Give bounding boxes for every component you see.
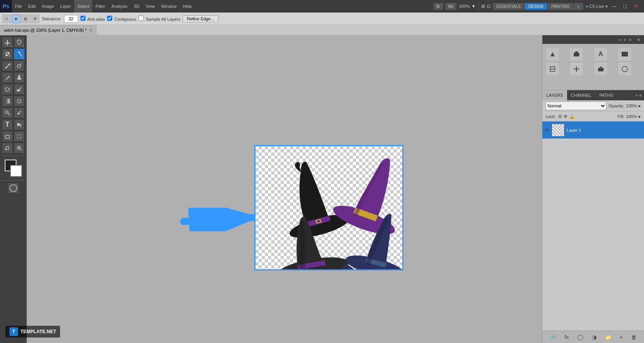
rotate-tool[interactable] bbox=[2, 143, 13, 154]
add-style-btn[interactable]: fx bbox=[565, 334, 569, 340]
mini-icon-8[interactable] bbox=[618, 62, 632, 76]
svg-rect-45 bbox=[575, 51, 578, 53]
pen-tool[interactable] bbox=[14, 107, 25, 118]
create-layer-btn[interactable]: + bbox=[620, 334, 623, 340]
menu-3d[interactable]: 3D bbox=[131, 0, 142, 13]
lock-all-icon[interactable]: 🔒 bbox=[569, 114, 575, 119]
blend-mode-select[interactable]: Normal bbox=[545, 102, 606, 110]
layer-visibility-toggle[interactable]: 👁 bbox=[545, 127, 549, 133]
contiguous-checkbox[interactable] bbox=[107, 16, 112, 21]
mini-icon-4[interactable] bbox=[618, 47, 632, 61]
tab-close-btn[interactable]: ✕ bbox=[89, 28, 92, 33]
svg-point-18 bbox=[5, 111, 8, 113]
mini-icon-7[interactable] bbox=[594, 62, 608, 76]
create-group-btn[interactable]: 📁 bbox=[605, 334, 611, 340]
add-mask-btn[interactable]: ◯ bbox=[577, 334, 584, 340]
opacity-value[interactable]: 100% bbox=[626, 103, 637, 108]
spot-heal-tool[interactable] bbox=[14, 60, 25, 71]
zoom-controls: 100% ▼ bbox=[459, 4, 476, 9]
refine-edge-btn[interactable]: Refine Edge... bbox=[182, 15, 219, 22]
history-tool[interactable] bbox=[2, 84, 13, 95]
gradient-tool[interactable] bbox=[2, 96, 13, 107]
zoom-tool[interactable] bbox=[14, 143, 25, 154]
svg-line-1 bbox=[19, 52, 22, 56]
panel-tab-menu[interactable]: ≡ bbox=[639, 93, 642, 98]
brush-tool[interactable] bbox=[2, 72, 13, 83]
menu-analysis[interactable]: Analysis bbox=[108, 0, 131, 13]
painting-btn[interactable]: PAINTING bbox=[548, 3, 573, 10]
text-tool[interactable]: T bbox=[2, 119, 13, 130]
zoom-dropdown[interactable]: ▼ bbox=[471, 4, 476, 9]
crop-tool[interactable] bbox=[2, 49, 13, 60]
ellipse-select-tool[interactable] bbox=[8, 183, 19, 194]
tab-paths[interactable]: PATHS bbox=[595, 90, 617, 100]
layer-item-1[interactable]: 👁 Layer 1 bbox=[542, 122, 644, 139]
path-select-tool[interactable] bbox=[14, 119, 25, 130]
rect-select-tool[interactable] bbox=[14, 131, 25, 142]
tab-title: witch hat.eps @ 100% (Layer 1, CMYK/8) * bbox=[4, 28, 87, 33]
bridge-btn[interactable]: Br bbox=[434, 3, 443, 10]
magic-wand-tool[interactable]: ▸ bbox=[14, 49, 25, 60]
background-color[interactable] bbox=[10, 165, 22, 177]
menu-file[interactable]: File bbox=[12, 0, 25, 13]
menu-filter[interactable]: Filter bbox=[92, 0, 108, 13]
blur-tool[interactable] bbox=[14, 96, 25, 107]
lasso-tool[interactable]: ▸ bbox=[14, 37, 25, 48]
svg-line-7 bbox=[20, 64, 22, 65]
mini-icon-1[interactable] bbox=[545, 47, 560, 61]
more-btn[interactable]: » bbox=[574, 3, 583, 10]
minimize-btn[interactable]: ─ bbox=[610, 3, 619, 9]
fill-stepper[interactable]: ▸ bbox=[639, 114, 641, 119]
mini-icon-6[interactable] bbox=[569, 62, 584, 76]
panel-menu[interactable]: ≡ bbox=[629, 38, 631, 42]
menu-edit[interactable]: Edit bbox=[25, 0, 39, 13]
right-panels: « » ≡ ✕ A bbox=[542, 35, 644, 343]
design-btn[interactable]: DESIGN bbox=[525, 3, 547, 10]
menu-image[interactable]: Image bbox=[39, 0, 57, 13]
selection-mode-btn1[interactable]: □ bbox=[2, 15, 11, 23]
delete-layer-btn[interactable]: 🗑 bbox=[631, 334, 637, 340]
maximize-btn[interactable]: □ bbox=[621, 3, 629, 9]
stamp-tool[interactable] bbox=[14, 72, 25, 83]
tolerance-input[interactable] bbox=[64, 15, 78, 23]
document-tab[interactable]: witch hat.eps @ 100% (Layer 1, CMYK/8) *… bbox=[0, 25, 97, 35]
tab-channel[interactable]: CHANNEL bbox=[567, 90, 596, 100]
eraser-tool[interactable] bbox=[14, 84, 25, 95]
menu-window[interactable]: Window bbox=[158, 0, 180, 13]
tool-row-3 bbox=[2, 60, 25, 71]
panel-tab-expand[interactable]: » bbox=[636, 93, 638, 98]
essentials-btn[interactable]: ESSENTIALS bbox=[493, 3, 524, 10]
opacity-stepper[interactable]: ▸ bbox=[639, 103, 641, 109]
panel-close[interactable]: ✕ bbox=[635, 38, 642, 42]
panel-collapse[interactable]: « bbox=[618, 38, 621, 42]
tab-layers[interactable]: LAYERS bbox=[542, 90, 567, 100]
mini-icon-2[interactable] bbox=[569, 47, 584, 61]
move-tool[interactable]: ▸ bbox=[2, 37, 13, 48]
minibr-btn[interactable]: Mb bbox=[445, 3, 456, 10]
close-btn[interactable]: ✕ bbox=[631, 3, 641, 9]
selection-mode-btn2[interactable]: ⊞ bbox=[12, 15, 20, 23]
lock-pixels-icon[interactable]: ⊞ bbox=[558, 114, 562, 119]
tool-row-8: T bbox=[2, 119, 25, 130]
selection-mode-btn3[interactable]: ⊟ bbox=[21, 15, 30, 23]
mini-icon-5[interactable] bbox=[545, 62, 560, 76]
menu-layer[interactable]: Layer bbox=[57, 0, 74, 13]
rect-shape-tool[interactable] bbox=[2, 131, 13, 142]
svg-point-52 bbox=[622, 66, 628, 72]
lock-move-icon[interactable]: ✥ bbox=[564, 114, 567, 119]
eyedropper-tool[interactable] bbox=[2, 60, 13, 71]
anti-alias-checkbox[interactable] bbox=[80, 16, 86, 21]
fill-value[interactable]: 100% bbox=[626, 114, 637, 119]
menu-view[interactable]: View bbox=[142, 0, 158, 13]
dodge-tool[interactable] bbox=[2, 107, 13, 118]
selection-mode-btn4[interactable]: ⊡ bbox=[31, 15, 39, 23]
create-adjustment-btn[interactable]: ◑ bbox=[592, 334, 597, 340]
mini-icon-3[interactable]: A bbox=[594, 47, 608, 61]
panel-expand[interactable]: » bbox=[624, 38, 626, 42]
tool-row-6 bbox=[2, 96, 25, 107]
panel-tab-icons: » ≡ bbox=[636, 93, 644, 98]
menu-help[interactable]: Help bbox=[180, 0, 195, 13]
link-layers-btn[interactable]: 🔗 bbox=[550, 334, 556, 340]
menu-select[interactable]: Select bbox=[74, 0, 93, 13]
sample-all-checkbox[interactable] bbox=[139, 16, 144, 21]
